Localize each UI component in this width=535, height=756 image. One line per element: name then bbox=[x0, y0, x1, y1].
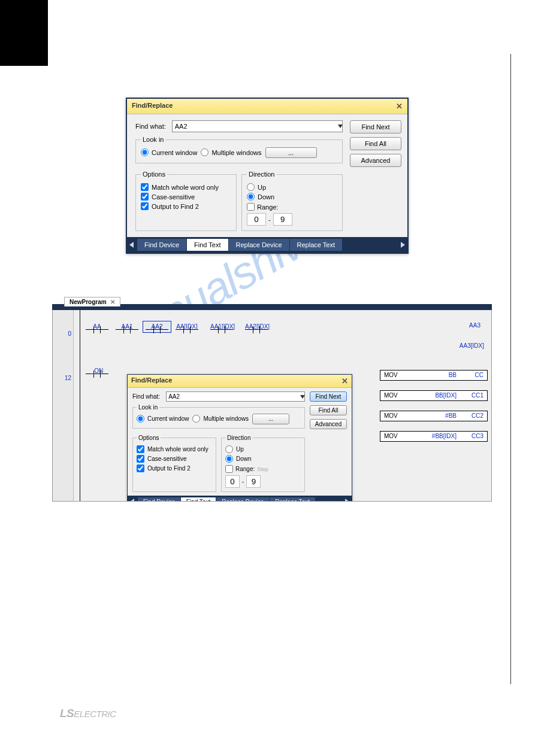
match-whole-checkbox[interactable] bbox=[137, 445, 144, 453]
find-replace-dialog: Find/Replace ✕ Find what: Look in Curren… bbox=[126, 98, 409, 254]
scroll-right-icon[interactable] bbox=[401, 242, 405, 248]
dialog-title: Find/Replace bbox=[132, 102, 173, 111]
program-tab[interactable]: NewProgram ✕ bbox=[64, 297, 120, 306]
find-all-button[interactable]: Find All bbox=[350, 137, 401, 150]
range-from-input[interactable] bbox=[225, 475, 240, 488]
scroll-left-icon[interactable] bbox=[129, 242, 134, 248]
logo-electric: ELECTRIC bbox=[74, 709, 116, 719]
browse-windows-button[interactable]: ... bbox=[252, 414, 289, 424]
direction-legend: Direction bbox=[247, 171, 276, 178]
find-what-input[interactable] bbox=[172, 120, 343, 132]
range-from-input[interactable] bbox=[247, 213, 266, 226]
find-replace-dialog-overlay: Find/Replace ✕ Find what: Look in Curren… bbox=[127, 374, 352, 502]
current-window-radio[interactable] bbox=[141, 148, 149, 156]
coil-label: AA3 bbox=[469, 322, 480, 329]
dialog-title: Find/Replace bbox=[131, 377, 172, 385]
up-label: Up bbox=[258, 184, 266, 191]
find-next-button[interactable]: Find Next bbox=[310, 391, 347, 402]
options-group: Options Match whole word only Case-sensi… bbox=[135, 171, 237, 231]
range-label: Range: bbox=[257, 204, 278, 211]
program-tab-label: NewProgram bbox=[69, 299, 107, 305]
mov-instruction: MOV BB[IDX] CC1 bbox=[380, 390, 488, 401]
down-radio[interactable] bbox=[225, 455, 233, 463]
dialog-tabs: Find Device Find Text Replace Device Rep… bbox=[127, 237, 407, 253]
advanced-button[interactable]: Advanced bbox=[350, 154, 401, 167]
look-in-group: Look in Current window Multiple windows … bbox=[135, 136, 343, 163]
look-in-legend: Look in bbox=[137, 404, 159, 411]
look-in-legend: Look in bbox=[141, 136, 165, 143]
tab-find-text[interactable]: Find Text bbox=[187, 239, 228, 251]
range-to-input[interactable] bbox=[246, 475, 261, 488]
options-legend: Options bbox=[141, 171, 167, 178]
find-all-button[interactable]: Find All bbox=[310, 405, 347, 415]
dropdown-icon[interactable] bbox=[300, 395, 305, 399]
browse-windows-button[interactable]: ... bbox=[265, 147, 317, 158]
down-label: Down bbox=[258, 193, 274, 201]
close-icon[interactable]: ✕ bbox=[396, 102, 403, 111]
direction-group: Direction Up Down Range: Step - bbox=[221, 435, 305, 492]
contact-label: _ON bbox=[86, 368, 108, 374]
case-sensitive-label: Case-sensitive bbox=[152, 193, 195, 201]
scroll-right-icon[interactable] bbox=[345, 499, 349, 502]
options-group: Options Match whole word only Case-sensi… bbox=[132, 435, 216, 492]
output-find2-checkbox[interactable] bbox=[137, 464, 144, 472]
match-whole-label: Match whole word only bbox=[152, 184, 219, 191]
range-checkbox[interactable] bbox=[247, 203, 255, 211]
advanced-button[interactable]: Advanced bbox=[310, 419, 347, 429]
close-icon[interactable]: ✕ bbox=[341, 377, 348, 385]
dialog-titlebar: Find/Replace ✕ bbox=[128, 375, 352, 388]
contact-label: AA[IDX] bbox=[176, 323, 198, 330]
range-checkbox[interactable] bbox=[225, 465, 233, 473]
match-whole-checkbox[interactable] bbox=[141, 183, 149, 191]
direction-group: Direction Up Down Range: - bbox=[241, 171, 343, 231]
tab-replace-text[interactable]: Replace Text bbox=[290, 239, 343, 251]
dialog-titlebar: Find/Replace ✕ bbox=[127, 99, 407, 114]
output-find2-checkbox[interactable] bbox=[141, 202, 149, 210]
logo-ls: LS bbox=[60, 707, 74, 719]
case-sensitive-checkbox[interactable] bbox=[137, 455, 144, 463]
multiple-windows-radio[interactable] bbox=[192, 415, 200, 423]
footer-logo: LSELECTRIC bbox=[60, 707, 116, 720]
current-window-label: Current window bbox=[152, 149, 197, 156]
contact-label: AA2[IDX] bbox=[245, 323, 268, 330]
mov-instruction: MOV #BB CC2 bbox=[380, 411, 488, 421]
coil-label: AA3[IDX] bbox=[460, 342, 484, 349]
contact-label: AA1 bbox=[116, 323, 138, 330]
down-label: Down bbox=[236, 456, 252, 462]
find-what-input[interactable] bbox=[166, 391, 305, 402]
multiple-windows-label: Multiple windows bbox=[211, 149, 261, 156]
tab-find-text[interactable]: Find Text bbox=[181, 497, 216, 502]
tab-replace-device[interactable]: Replace Device bbox=[216, 497, 270, 502]
mov-instruction: MOV BB CC bbox=[380, 370, 488, 381]
contact-label: AA bbox=[86, 323, 108, 330]
output-find2-label: Output to Find 2 bbox=[147, 465, 191, 472]
find-next-button[interactable]: Find Next bbox=[350, 120, 401, 133]
mov-instruction: MOV #BB[IDX] CC3 bbox=[380, 431, 488, 442]
up-radio[interactable] bbox=[225, 445, 233, 453]
direction-legend: Direction bbox=[225, 435, 252, 441]
tab-replace-device[interactable]: Replace Device bbox=[229, 239, 290, 251]
dropdown-icon[interactable] bbox=[338, 125, 343, 128]
case-sensitive-label: Case-sensitive bbox=[147, 456, 187, 462]
contact-label: AA2 bbox=[146, 323, 168, 330]
down-radio[interactable] bbox=[247, 193, 255, 201]
range-step-label: Step bbox=[257, 466, 268, 472]
row-number: 12 bbox=[53, 375, 74, 381]
up-radio[interactable] bbox=[247, 183, 255, 191]
close-tab-icon[interactable]: ✕ bbox=[110, 299, 115, 305]
output-find2-label: Output to Find 2 bbox=[152, 203, 199, 210]
up-label: Up bbox=[236, 446, 244, 453]
multiple-windows-radio[interactable] bbox=[201, 148, 208, 156]
scroll-left-icon[interactable] bbox=[130, 499, 134, 502]
dialog-tabs: Find Device Find Text Replace Device Rep… bbox=[128, 496, 352, 502]
case-sensitive-checkbox[interactable] bbox=[141, 193, 149, 201]
tab-replace-text[interactable]: Replace Text bbox=[270, 497, 316, 502]
current-window-label: Current window bbox=[147, 415, 189, 422]
tab-find-device[interactable]: Find Device bbox=[137, 239, 187, 251]
match-whole-label: Match whole word only bbox=[147, 446, 208, 453]
find-what-label: Find what: bbox=[135, 123, 166, 130]
range-to-input[interactable] bbox=[273, 213, 292, 226]
tab-find-device[interactable]: Find Device bbox=[138, 497, 181, 502]
look-in-group: Look in Current window Multiple windows … bbox=[132, 404, 305, 429]
current-window-radio[interactable] bbox=[137, 415, 144, 423]
